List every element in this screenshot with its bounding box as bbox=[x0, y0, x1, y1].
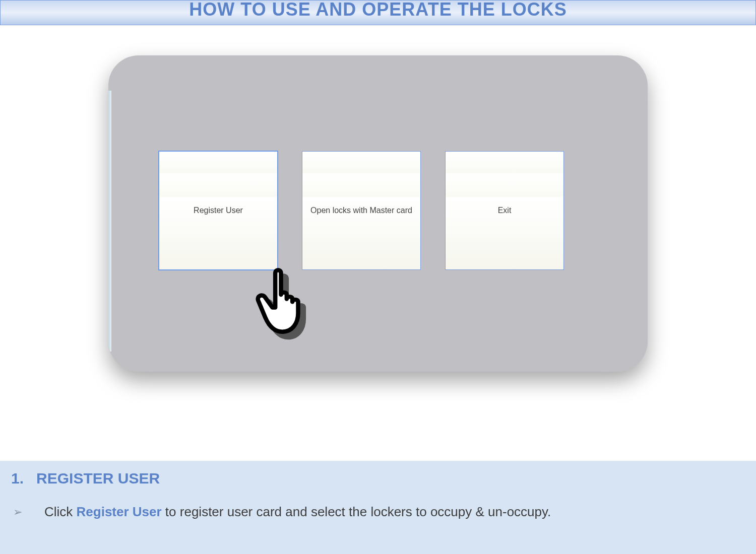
instruction-text-highlight: Register User bbox=[77, 504, 162, 519]
open-locks-master-button-label: Open locks with Master card bbox=[310, 206, 412, 215]
screenshot-container: Register User Open locks with Master car… bbox=[0, 55, 756, 372]
instruction-text: Click Register User to register user car… bbox=[44, 504, 551, 520]
pointer-hand-icon bbox=[251, 260, 337, 346]
exit-button-label: Exit bbox=[498, 206, 512, 215]
instruction-panel: 1. REGISTER USER ➢ Click Register User t… bbox=[0, 461, 756, 554]
instruction-bullet: ➢ Click Register User to register user c… bbox=[13, 504, 756, 520]
section-heading: 1. REGISTER USER bbox=[11, 470, 756, 487]
bullet-arrow-icon: ➢ bbox=[13, 506, 22, 519]
section-label: REGISTER USER bbox=[36, 470, 160, 487]
title-bar: HOW TO USE AND OPERATE THE LOCKS bbox=[0, 0, 756, 25]
instruction-text-after: to register user card and select the loc… bbox=[162, 504, 551, 519]
register-user-button[interactable]: Register User bbox=[159, 151, 278, 270]
window-left-edge bbox=[108, 91, 111, 352]
register-user-button-label: Register User bbox=[194, 206, 243, 215]
app-screenshot: Register User Open locks with Master car… bbox=[108, 55, 648, 372]
open-locks-master-button[interactable]: Open locks with Master card bbox=[302, 151, 421, 270]
exit-button[interactable]: Exit bbox=[445, 151, 564, 270]
page-title: HOW TO USE AND OPERATE THE LOCKS bbox=[189, 0, 566, 20]
section-number: 1. bbox=[11, 470, 24, 487]
main-menu-buttons: Register User Open locks with Master car… bbox=[159, 151, 564, 270]
instruction-text-before: Click bbox=[44, 504, 77, 519]
